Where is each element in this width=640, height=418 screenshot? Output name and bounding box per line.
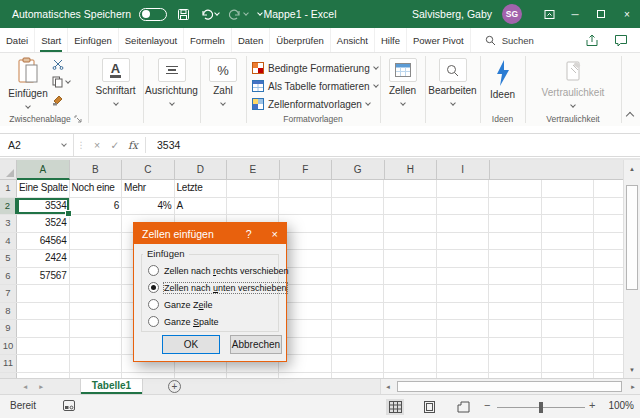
column-header-c[interactable]: C [122, 160, 175, 180]
row-header-5[interactable]: 5 [0, 250, 17, 267]
cell[interactable] [17, 303, 70, 320]
tab-ansicht[interactable]: Ansicht [331, 28, 375, 52]
cell[interactable] [17, 320, 70, 337]
save-button[interactable] [177, 8, 190, 21]
cells[interactable] [227, 338, 640, 355]
option-entire-column[interactable]: Ganze Spalte [148, 313, 277, 330]
zoom-level[interactable]: 100% [602, 400, 634, 411]
column-header-g[interactable]: G [332, 160, 385, 180]
insert-function-button[interactable]: fx [124, 139, 142, 151]
format-painter-button[interactable] [52, 94, 64, 106]
column-header-i[interactable]: I [437, 160, 490, 180]
row-header-7[interactable]: 7 [0, 285, 17, 302]
column-header-f[interactable]: F [280, 160, 333, 180]
cell[interactable] [17, 338, 70, 355]
cell-c2[interactable]: 4% [122, 198, 175, 215]
share-icon[interactable] [585, 34, 599, 47]
column-header-e[interactable]: E [227, 160, 280, 180]
vertical-scrollbar[interactable]: ▲ ▼ [623, 160, 640, 378]
qat-customize-button[interactable] [258, 13, 262, 15]
column-header-a[interactable]: A [17, 160, 70, 180]
font-group-button[interactable]: A Schriftart [88, 58, 143, 107]
sheet-tab-tabelle1[interactable]: Tabelle1 [80, 379, 143, 394]
cell-a5[interactable]: 2424 [17, 250, 70, 267]
option-shift-cells-right[interactable]: Zellen nach rechts verschieben [148, 262, 277, 279]
column-header-d[interactable]: D [175, 160, 228, 180]
tab-ueberpruefen[interactable]: Überprüfen [270, 28, 331, 52]
comment-icon[interactable] [614, 34, 628, 47]
redo-button[interactable] [229, 8, 248, 20]
row-header-9[interactable]: 9 [0, 320, 17, 337]
tab-einfuegen[interactable]: Einfügen [68, 28, 119, 52]
cells[interactable] [227, 215, 640, 232]
radio-icon[interactable] [148, 265, 159, 276]
row-header-3[interactable]: 3 [0, 215, 17, 232]
vertical-scrollbar-thumb[interactable] [626, 185, 638, 290]
cells[interactable] [227, 268, 640, 285]
number-group-button[interactable]: % Zahl [200, 58, 246, 107]
cells[interactable] [227, 355, 640, 372]
normal-view-button[interactable] [386, 399, 404, 415]
tab-hilfe[interactable]: Hilfe [375, 28, 407, 52]
next-sheet-button[interactable]: ► [38, 379, 44, 394]
tab-datei[interactable]: Datei [0, 28, 35, 52]
page-layout-view-button[interactable] [420, 399, 438, 415]
ideas-button[interactable]: Ideen [480, 58, 525, 100]
horizontal-scrollbar[interactable]: ◄ ► [380, 379, 640, 394]
zoom-in-button[interactable]: + [589, 399, 595, 411]
cells[interactable] [227, 198, 640, 215]
editing-group-button[interactable]: Bearbeiten [425, 58, 480, 107]
radio-selected-icon[interactable] [148, 282, 159, 293]
cells[interactable] [227, 233, 640, 250]
user-name[interactable]: Salvisberg, Gaby [412, 8, 492, 20]
cell-a4[interactable]: 64564 [17, 233, 70, 250]
option-entire-row[interactable]: Ganze Zeile [148, 296, 277, 313]
cell-styles-button[interactable]: Zellenformatvorlagen [252, 96, 370, 112]
cell[interactable] [70, 320, 123, 337]
cell-b1[interactable]: Noch eine [70, 180, 123, 197]
copy-button[interactable] [52, 76, 70, 88]
autosave-toggle[interactable] [139, 8, 167, 21]
tab-seitenlayout[interactable]: Seitenlayout [119, 28, 184, 52]
cell-a2-selected[interactable]: 3534 [17, 198, 70, 215]
row-header-8[interactable]: 8 [0, 303, 17, 320]
cells[interactable] [227, 180, 640, 197]
alignment-group-button[interactable]: Ausrichtung [143, 58, 200, 107]
cell[interactable] [17, 285, 70, 302]
cell[interactable] [70, 285, 123, 302]
scroll-up-button[interactable]: ▲ [624, 160, 640, 177]
ribbon-display-options-button[interactable] [536, 0, 562, 28]
row-header-1[interactable]: 1 [0, 180, 17, 197]
cell-a3[interactable]: 3524 [17, 215, 70, 232]
sensitivity-button[interactable]: Vertraulichkeit [525, 58, 621, 109]
avatar[interactable]: SG [502, 4, 522, 24]
formula-enter-button[interactable]: ✓ [106, 139, 124, 151]
cell-d1[interactable]: Letzte [175, 180, 228, 197]
formula-bar-gripper[interactable]: ⋮ [74, 140, 88, 150]
formula-cancel-button[interactable]: × [88, 139, 106, 151]
add-sheet-button[interactable]: + [168, 380, 181, 393]
cells[interactable] [227, 303, 640, 320]
paste-button[interactable]: Einfügen [8, 57, 48, 110]
radio-icon[interactable] [148, 299, 159, 310]
cell[interactable] [70, 355, 123, 372]
tab-formeln[interactable]: Formeln [184, 28, 232, 52]
radio-icon[interactable] [148, 316, 159, 327]
horizontal-scrollbar-thumb[interactable] [397, 381, 622, 392]
undo-button[interactable] [200, 8, 219, 20]
select-all-button[interactable] [0, 160, 17, 180]
cell[interactable] [70, 338, 123, 355]
close-button[interactable]: × [614, 0, 640, 28]
cell-a1[interactable]: Eine Spalte [17, 180, 70, 197]
ok-button[interactable]: OK [162, 335, 220, 354]
minimize-button[interactable]: ─ [562, 0, 588, 28]
cell[interactable] [70, 268, 123, 285]
zoom-out-button[interactable]: − [484, 399, 490, 411]
column-header-b[interactable]: B [70, 160, 123, 180]
cells[interactable] [227, 285, 640, 302]
cell[interactable] [70, 250, 123, 267]
previous-sheet-button[interactable]: ◄ [22, 379, 28, 394]
maximize-button[interactable] [588, 0, 614, 28]
row-header-2[interactable]: 2 [0, 198, 17, 215]
cell[interactable] [70, 303, 123, 320]
